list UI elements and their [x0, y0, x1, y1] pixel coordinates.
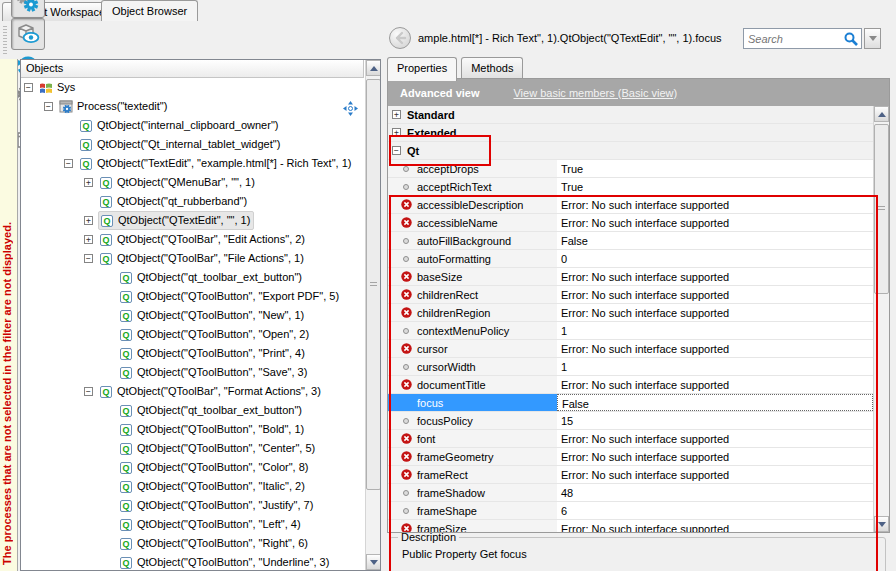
tree-scrollbar-thumb[interactable] — [366, 79, 381, 490]
tree-item[interactable]: QQtObject("QToolButton", "Save", 3) — [21, 363, 364, 382]
tree-item[interactable]: QQtObject("QToolButton", "New", 1) — [21, 306, 364, 325]
tree-expander-expand[interactable]: + — [84, 178, 93, 187]
property-row[interactable]: documentTitleError: No such interface su… — [388, 376, 873, 394]
search-icon[interactable] — [843, 31, 859, 47]
property-row[interactable]: cursorError: No such interface supported — [388, 340, 873, 358]
search-input[interactable] — [744, 29, 846, 48]
property-row[interactable]: frameShadow48 — [388, 484, 873, 502]
property-row[interactable]: childrenRectError: No such interface sup… — [388, 286, 873, 304]
property-value[interactable]: 1 — [557, 358, 873, 375]
property-value[interactable]: 48 — [557, 484, 873, 501]
property-value[interactable]: Error: No such interface supported — [557, 286, 873, 303]
tree-expander-expand[interactable]: + — [84, 235, 93, 244]
tree-scrollbar-down-button[interactable] — [366, 554, 381, 570]
property-value[interactable]: Error: No such interface supported — [557, 520, 873, 532]
tree-item[interactable]: QQtObject("QToolButton", "Export PDF", 5… — [21, 287, 364, 306]
property-row[interactable]: focusFalse — [388, 394, 873, 412]
tree-item[interactable]: QQtObject("QToolButton", "Right", 6) — [21, 534, 364, 553]
tree-scrollbar[interactable] — [365, 60, 381, 570]
property-row[interactable]: accessibleNameError: No such interface s… — [388, 214, 873, 232]
tree-item[interactable]: QQtObject("Qt_internal_tablet_widget") — [21, 135, 364, 154]
property-row[interactable]: frameGeometryError: No such interface su… — [388, 448, 873, 466]
property-row[interactable]: frameRectError: No such interface suppor… — [388, 466, 873, 484]
tree-item[interactable]: QQtObject("QToolButton", "Color", 8) — [21, 458, 364, 477]
tree-item[interactable]: QQtObject("QToolButton", "Justify", 7) — [21, 496, 364, 515]
property-row[interactable]: focusPolicy15 — [388, 412, 873, 430]
grid-scrollbar-down-button[interactable] — [874, 516, 889, 532]
tree-item[interactable]: −Sys — [21, 78, 364, 97]
tree-expander-collapse[interactable]: − — [84, 254, 93, 263]
section-expander-expand[interactable]: + — [392, 110, 401, 119]
property-value[interactable]: Error: No such interface supported — [557, 430, 873, 447]
property-value[interactable]: False — [557, 394, 873, 411]
section-expander-expand[interactable]: + — [392, 128, 401, 137]
tab-methods[interactable]: Methods — [461, 57, 523, 79]
property-value[interactable]: False — [557, 232, 873, 249]
tree-item[interactable]: +QQtObject("QTextEdit", "", 1) — [21, 211, 364, 230]
tree-item[interactable]: QQtObject("qt_rubberband") — [21, 192, 364, 211]
property-value[interactable]: Error: No such interface supported — [557, 376, 873, 393]
property-value[interactable]: 6 — [557, 502, 873, 519]
gear-gear-button[interactable] — [11, 0, 45, 18]
property-row[interactable]: acceptRichTextTrue — [388, 178, 873, 196]
tree-item[interactable]: QQtObject("QToolButton", "Underline", 3) — [21, 553, 364, 570]
property-row[interactable]: frameShape6 — [388, 502, 873, 520]
property-value[interactable]: Error: No such interface supported — [557, 196, 873, 213]
tree-scrollbar-up-button[interactable] — [366, 60, 381, 76]
basic-view-link[interactable]: View basic members (Basic view) — [513, 87, 677, 99]
property-value[interactable]: True — [557, 160, 873, 177]
tree-item[interactable]: QQtObject("qt_toolbar_ext_button") — [21, 401, 364, 420]
tree-item[interactable]: +QQtObject("QMenuBar", "", 1) — [21, 173, 364, 192]
tree-item[interactable]: QQtObject("QToolButton", "Bold", 1) — [21, 420, 364, 439]
property-section-qt[interactable]: −Qt — [388, 142, 873, 160]
property-row[interactable]: frameSizeError: No such interface suppor… — [388, 520, 873, 532]
tab-object-browser[interactable]: Object Browser — [101, 0, 198, 21]
tree-expander-expand[interactable]: + — [84, 216, 93, 225]
tree-item[interactable]: QQtObject("QToolButton", "Open", 2) — [21, 325, 364, 344]
property-value[interactable]: Error: No such interface supported — [557, 304, 873, 321]
object-picker-icon[interactable] — [343, 101, 358, 116]
property-value[interactable]: Error: No such interface supported — [557, 268, 873, 285]
tree-item[interactable]: QQtObject("QToolButton", "Print", 4) — [21, 344, 364, 363]
tree-expander-collapse[interactable]: − — [44, 102, 53, 111]
tree-item[interactable]: −QQtObject("QToolBar", "Format Actions",… — [21, 382, 364, 401]
property-value[interactable]: Error: No such interface supported — [557, 340, 873, 357]
property-value[interactable]: Error: No such interface supported — [557, 466, 873, 483]
property-row[interactable]: baseSizeError: No such interface support… — [388, 268, 873, 286]
property-section-extended[interactable]: +Extended — [388, 124, 873, 142]
tree-item[interactable]: −QQtObject("QToolBar", "File Actions", 1… — [21, 249, 364, 268]
property-value[interactable]: Error: No such interface supported — [557, 448, 873, 465]
tree-item[interactable]: QQtObject("qt_toolbar_ext_button") — [21, 268, 364, 287]
cube-eye-button[interactable] — [11, 18, 45, 50]
tree-item[interactable]: QQtObject("QToolButton", "Center", 5) — [21, 439, 364, 458]
property-section-standard[interactable]: +Standard — [388, 106, 873, 124]
tree-item[interactable]: QQtObject("QToolButton", "Left", 4) — [21, 515, 364, 534]
tab-properties[interactable]: Properties — [387, 57, 457, 81]
property-value[interactable]: 1 — [557, 322, 873, 339]
toolbar-drag-handle[interactable] — [3, 26, 7, 54]
tree-item[interactable]: QQtObject("QToolButton", "Italic", 2) — [21, 477, 364, 496]
property-value[interactable]: 0 — [557, 250, 873, 267]
property-value[interactable]: Error: No such interface supported — [557, 214, 873, 231]
section-expander-collapse[interactable]: − — [392, 146, 401, 155]
grid-scrollbar-thumb[interactable] — [874, 124, 889, 294]
property-row[interactable]: autoFormatting0 — [388, 250, 873, 268]
tree-item[interactable]: −Process("textedit") — [21, 97, 364, 116]
property-row[interactable]: cursorWidth1 — [388, 358, 873, 376]
property-row[interactable]: autoFillBackgroundFalse — [388, 232, 873, 250]
property-row[interactable]: childrenRegionError: No such interface s… — [388, 304, 873, 322]
tree-item[interactable]: −QQtObject("TextEdit", "example.html[*] … — [21, 154, 364, 173]
grid-scrollbar-up-button[interactable] — [874, 106, 889, 122]
tree-item[interactable]: QQtObject("internal_clipboard_owner") — [21, 116, 364, 135]
property-row[interactable]: fontError: No such interface supported — [388, 430, 873, 448]
tree-expander-collapse[interactable]: − — [84, 387, 93, 396]
search-options-dropdown[interactable] — [864, 28, 881, 49]
property-row[interactable]: accessibleDescriptionError: No such inte… — [388, 196, 873, 214]
property-value[interactable]: 15 — [557, 412, 873, 429]
tree-item[interactable]: +QQtObject("QToolBar", "Edit Actions", 2… — [21, 230, 364, 249]
tree-expander-collapse[interactable]: − — [24, 83, 33, 92]
property-value[interactable]: True — [557, 178, 873, 195]
property-row[interactable]: acceptDropsTrue — [388, 160, 873, 178]
grid-scrollbar[interactable] — [873, 106, 889, 532]
property-row[interactable]: contextMenuPolicy1 — [388, 322, 873, 340]
